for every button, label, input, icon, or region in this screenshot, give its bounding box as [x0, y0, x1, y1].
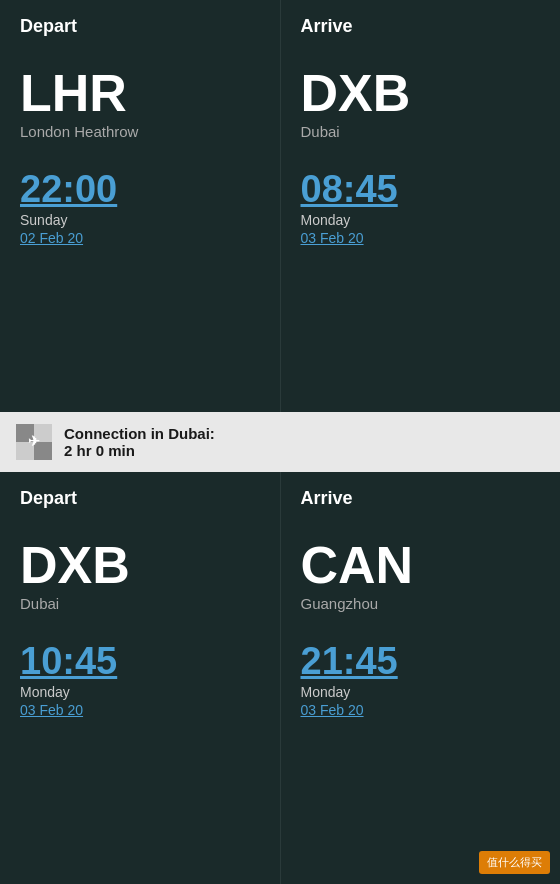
flight1-depart-time[interactable]: 22:00 [20, 170, 260, 208]
flight2-depart-name: Dubai [20, 595, 260, 612]
svg-text:✈: ✈ [28, 433, 40, 449]
flight1-depart-date[interactable]: 02 Feb 20 [20, 230, 260, 246]
flight1-depart-day: Sunday [20, 212, 260, 228]
flight1-depart-code: LHR [20, 67, 260, 119]
connection-label: Connection in Dubai: [64, 425, 215, 442]
flight1-arrive-day: Monday [301, 212, 541, 228]
flight2-arrive-header: Arrive [301, 488, 541, 509]
flight1-arrive-date[interactable]: 03 Feb 20 [301, 230, 541, 246]
watermark: 值什么得买 [479, 851, 550, 874]
flight1-depart-section: Depart LHR London Heathrow 22:00 Sunday … [0, 0, 281, 412]
flight-card-1: Depart LHR London Heathrow 22:00 Sunday … [0, 0, 560, 412]
flight1-arrive-header: Arrive [301, 16, 541, 37]
flight1-depart-name: London Heathrow [20, 123, 260, 140]
flight2-arrive-name: Guangzhou [301, 595, 541, 612]
connection-duration: 2 hr 0 min [64, 442, 215, 459]
connection-icon: ✈ [16, 424, 52, 460]
flight2-depart-header: Depart [20, 488, 260, 509]
flight1-arrive-time[interactable]: 08:45 [301, 170, 541, 208]
flight2-depart-day: Monday [20, 684, 260, 700]
flight-card-2: Depart DXB Dubai 10:45 Monday 03 Feb 20 … [0, 472, 560, 884]
flight2-arrive-date[interactable]: 03 Feb 20 [301, 702, 541, 718]
connection-info: Connection in Dubai: 2 hr 0 min [64, 425, 215, 459]
connection-bar: ✈ Connection in Dubai: 2 hr 0 min [0, 412, 560, 472]
flight2-arrive-day: Monday [301, 684, 541, 700]
flight2-arrive-code: CAN [301, 539, 541, 591]
flight1-depart-header: Depart [20, 16, 260, 37]
flight1-arrive-code: DXB [301, 67, 541, 119]
flight1-arrive-section: Arrive DXB Dubai 08:45 Monday 03 Feb 20 [281, 0, 561, 412]
flight2-arrive-section: Arrive CAN Guangzhou 21:45 Monday 03 Feb… [281, 472, 561, 884]
flight1-arrive-name: Dubai [301, 123, 541, 140]
flight2-depart-section: Depart DXB Dubai 10:45 Monday 03 Feb 20 [0, 472, 281, 884]
flight2-depart-time[interactable]: 10:45 [20, 642, 260, 680]
flight2-depart-code: DXB [20, 539, 260, 591]
flight2-arrive-time[interactable]: 21:45 [301, 642, 541, 680]
flight2-depart-date[interactable]: 03 Feb 20 [20, 702, 260, 718]
